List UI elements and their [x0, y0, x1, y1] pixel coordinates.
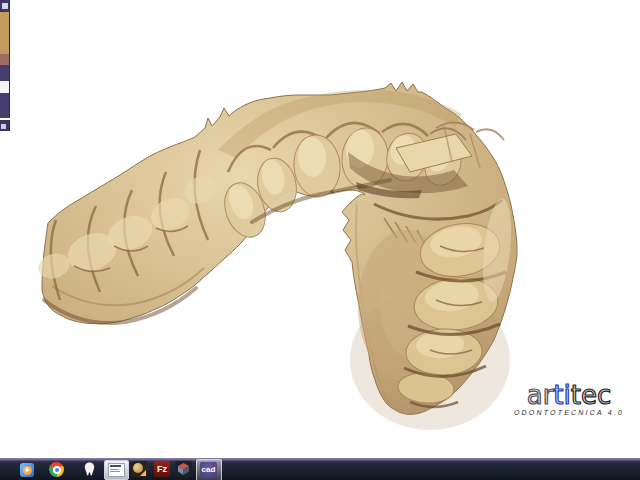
desktop: artitec ODONTOTECNICA 4.0 Fz — [0, 0, 640, 480]
panel-help-icon[interactable] — [2, 3, 8, 9]
document-line — [110, 465, 121, 467]
filezilla-icon[interactable]: Fz — [154, 461, 170, 477]
gold-corner-flag — [140, 470, 146, 476]
panel-indigo-block-a[interactable] — [0, 65, 10, 81]
tooth-icon[interactable] — [82, 461, 97, 477]
panel-light-block[interactable] — [0, 81, 10, 93]
panel-footer-icon — [1, 124, 6, 129]
play-triangle-icon — [26, 468, 30, 472]
panel-indigo-block-b[interactable] — [0, 93, 10, 118]
gold-camera-icon[interactable] — [131, 461, 147, 477]
dental-model[interactable] — [35, 82, 517, 430]
taskbar: Fz cad — [0, 458, 640, 480]
document-window-icon[interactable] — [104, 460, 129, 480]
panel-tan-block[interactable] — [0, 12, 10, 54]
media-player-icon[interactable] — [20, 463, 34, 477]
3d-viewport[interactable] — [0, 0, 640, 458]
collapsed-panel-strip[interactable] — [0, 0, 9, 131]
panel-rose-block[interactable] — [0, 54, 10, 65]
cad-app-icon[interactable]: cad — [196, 459, 222, 480]
document-line — [110, 471, 120, 472]
panel-footer-block[interactable] — [0, 120, 10, 131]
chrome-icon[interactable] — [49, 462, 64, 477]
panel-titlebar[interactable] — [0, 0, 10, 12]
chrome-dot — [55, 468, 59, 472]
gem-icon[interactable] — [175, 461, 192, 477]
document-line — [110, 469, 119, 470]
cad-app-label: cad — [200, 462, 217, 477]
